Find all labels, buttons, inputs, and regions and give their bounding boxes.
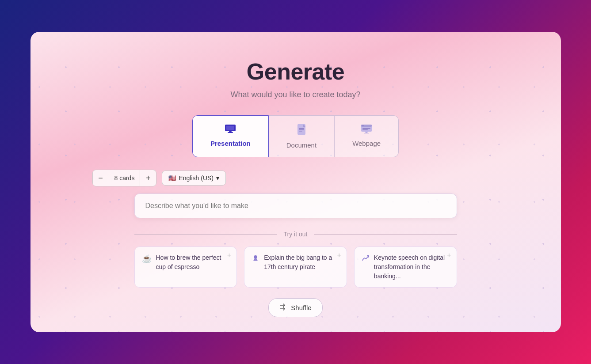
suggestion-card-bigbang[interactable]: Explain the big bang to a 17th century p…: [244, 246, 347, 288]
bigbang-icon: [252, 254, 259, 264]
document-label: Document: [286, 141, 316, 149]
shuffle-label: Shuffle: [291, 304, 311, 311]
webpage-icon: [360, 124, 373, 136]
suggestion-text-keynote: Keynote speech on digital transformation…: [374, 253, 450, 281]
chevron-down-icon: ▾: [216, 174, 219, 182]
suggestion-cards: ☕ How to brew the perfect cup of espress…: [134, 246, 457, 288]
type-btn-presentation[interactable]: Presentation: [192, 115, 269, 157]
divider-label: Try it out: [284, 231, 308, 238]
decrement-button[interactable]: −: [93, 170, 109, 186]
svg-rect-13: [362, 129, 368, 130]
keynote-icon: [362, 254, 370, 264]
svg-rect-8: [299, 131, 302, 132]
describe-input[interactable]: [134, 193, 457, 218]
counter-value: 8 cards: [109, 170, 141, 186]
main-card: Generate What would you like to create t…: [31, 32, 561, 332]
svg-rect-11: [362, 125, 364, 126]
shuffle-icon: [279, 303, 287, 312]
presentation-label: Presentation: [210, 140, 251, 147]
svg-rect-1: [226, 126, 234, 130]
svg-rect-7: [299, 129, 304, 130]
type-selector: Presentation Document: [192, 115, 399, 157]
webpage-label: Webpage: [352, 140, 381, 147]
svg-rect-12: [362, 128, 370, 129]
flag-icon: 🇺🇸: [168, 174, 176, 182]
add-espresso-button[interactable]: +: [227, 251, 231, 259]
document-icon: [297, 124, 306, 138]
suggestion-text-bigbang: Explain the big bang to a 17th century p…: [264, 253, 339, 272]
svg-rect-14: [365, 132, 368, 133]
espresso-icon: ☕: [142, 254, 152, 264]
divider-line-left: [134, 234, 277, 235]
add-bigbang-button[interactable]: +: [337, 251, 341, 259]
type-btn-webpage[interactable]: Webpage: [335, 115, 399, 157]
language-value: English (US): [179, 174, 214, 182]
svg-rect-3: [228, 132, 233, 133]
add-keynote-button[interactable]: +: [447, 251, 451, 259]
svg-rect-15: [366, 133, 367, 133]
page-subtitle: What would you like to create today?: [230, 90, 360, 99]
divider-line-right: [314, 234, 457, 235]
increment-button[interactable]: +: [140, 170, 156, 186]
language-selector[interactable]: 🇺🇸 English (US) ▾: [162, 171, 226, 186]
presentation-icon: [224, 124, 236, 136]
svg-rect-16: [364, 133, 369, 133]
divider-row: Try it out: [134, 231, 457, 238]
controls-row: − 8 cards + 🇺🇸 English (US) ▾: [92, 170, 226, 186]
suggestion-text-espresso: How to brew the perfect cup of espresso: [156, 253, 230, 272]
shuffle-button[interactable]: Shuffle: [268, 298, 322, 317]
suggestion-card-keynote[interactable]: Keynote speech on digital transformation…: [354, 246, 457, 288]
type-btn-document[interactable]: Document: [269, 115, 335, 157]
suggestion-card-espresso[interactable]: ☕ How to brew the perfect cup of espress…: [134, 246, 237, 288]
svg-rect-6: [299, 128, 304, 129]
svg-point-17: [254, 255, 257, 259]
counter-control: − 8 cards +: [92, 170, 157, 186]
page-title: Generate: [247, 58, 344, 85]
